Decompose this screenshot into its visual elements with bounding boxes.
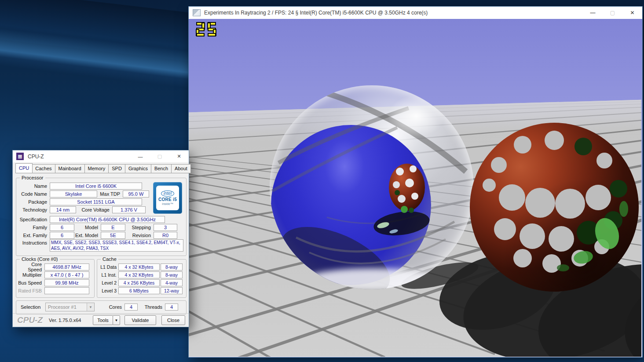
core-speed-row: Core Speed 4698.87 MHz <box>16 263 94 271</box>
multiplier-field: x 47.0 ( 8 - 47 ) <box>44 271 89 278</box>
tab-about[interactable]: About <box>172 164 191 173</box>
code-name-label: Code Name <box>16 191 50 197</box>
rated-fsb-label: Rated FSB <box>16 288 44 293</box>
tab-memory[interactable]: Memory <box>85 164 109 173</box>
tab-caches[interactable]: Caches <box>32 164 55 173</box>
package-label: Package <box>16 199 50 205</box>
multiplier-row: Multiplier x 47.0 ( 8 - 47 ) <box>16 271 94 279</box>
model-field: E <box>101 224 125 231</box>
processor-group: Processor Name Intel Core i5 6600K Code … <box>16 178 187 256</box>
minimize-button[interactable]: — <box>583 7 603 19</box>
glass-sphere <box>270 85 474 289</box>
minimize-button[interactable]: — <box>131 150 150 162</box>
close-button[interactable]: ✕ <box>622 7 642 19</box>
l1-inst-row: L1 Inst. 4 x 32 KBytes 8-way <box>97 271 186 279</box>
ext-model-label: Ext. Model <box>74 233 101 238</box>
cpuz-footer: CPU-Z Ver. 1.75.0.x64 Tools ▼ Validate C… <box>13 313 189 327</box>
ext-family-field: 6 <box>50 232 74 239</box>
clocks-group-legend: Clocks (Core #0) <box>20 256 60 262</box>
l1-inst-assoc-field: 8-way <box>161 271 183 278</box>
maximize-button[interactable]: ▢ <box>150 150 169 162</box>
core-voltage-field: 1.376 V <box>112 206 146 213</box>
tools-dropdown-button[interactable]: ▼ <box>113 315 120 325</box>
l1-data-label: L1 Data <box>97 264 118 270</box>
raytracer-titlebar[interactable]: Experiments In Raytracing 2 / FPS: 24 § … <box>189 7 642 19</box>
processor-select[interactable]: Processor #1 ▼ <box>45 303 95 311</box>
cpuz-version: Ver. 1.75.0.x64 <box>49 318 81 323</box>
model-label: Model <box>74 225 101 230</box>
l1-inst-label: L1 Inst. <box>97 272 118 278</box>
tab-bench[interactable]: Bench <box>151 164 172 173</box>
chevron-down-icon: ▼ <box>87 303 94 311</box>
max-tdp-label: Max TDP <box>97 191 123 197</box>
family-row: Family 6 Model E Stepping 3 <box>16 223 186 231</box>
stepping-field: 3 <box>154 224 177 231</box>
package-field: Socket 1151 LGA <box>50 198 142 205</box>
raytracer-app-icon <box>193 9 201 16</box>
raytracer-window-title: Experiments In Raytracing 2 / FPS: 24 § … <box>204 10 428 16</box>
raytracer-window: Experiments In Raytracing 2 / FPS: 24 § … <box>188 6 643 358</box>
level2-label: Level 2 <box>97 280 118 285</box>
close-button[interactable]: Close <box>161 315 185 325</box>
intel-logo: intel <box>161 190 174 197</box>
cache-group-legend: Cache <box>101 256 118 262</box>
fps-digit <box>196 22 205 37</box>
specification-label: Specification <box>16 217 50 222</box>
selection-row: Selection Processor #1 ▼ Cores 4 Threads… <box>16 301 186 313</box>
level2-row: Level 2 4 x 256 KBytes 4-way <box>97 279 186 287</box>
technology-field: 14 nm <box>50 206 76 213</box>
level2-assoc-field: 4-way <box>161 279 183 286</box>
level2-size-field: 4 x 256 KBytes <box>118 279 160 286</box>
l1-data-assoc-field: 8-way <box>161 263 183 271</box>
multiplier-label: Multiplier <box>16 272 44 278</box>
ext-model-field: 5E <box>101 232 125 239</box>
threads-field: 4 <box>165 303 178 311</box>
intel-core-i5-badge: intel CORE i5 inside™ <box>153 182 182 214</box>
cpuz-app-icon: ▦ <box>16 153 24 160</box>
clocks-group: Clocks (Core #0) Core Speed 4698.87 MHz … <box>16 259 95 298</box>
core-i5-label: CORE i5 <box>158 197 177 202</box>
level3-row: Level 3 6 MBytes 12-way <box>97 287 186 295</box>
code-name-field: Skylake <box>50 190 97 197</box>
level3-label: Level 3 <box>97 288 118 293</box>
instructions-field: MMX, SSE, SSE2, SSE3, SSSE3, SSE4.1, SSE… <box>50 239 183 252</box>
tab-cpu[interactable]: CPU <box>15 163 33 173</box>
rated-fsb-row: Rated FSB <box>16 287 94 295</box>
l1-inst-size-field: 4 x 32 KBytes <box>118 271 160 278</box>
cores-label: Cores <box>95 304 124 310</box>
cpuz-titlebar[interactable]: ▦ CPU-Z — ▢ ✕ <box>13 150 189 162</box>
selection-group: Selection Processor #1 ▼ Cores 4 Threads… <box>16 300 187 314</box>
tab-mainboard[interactable]: Mainboard <box>55 164 85 173</box>
name-label: Name <box>16 183 50 189</box>
instructions-label: Instructions <box>16 239 50 245</box>
revision-field: R0 <box>154 232 177 239</box>
processor-group-legend: Processor <box>20 175 45 180</box>
bus-speed-field: 99.98 MHz <box>44 279 89 286</box>
instructions-row: Instructions MMX, SSE, SSE2, SSE3, SSSE3… <box>16 239 186 252</box>
bus-speed-row: Bus Speed 99.98 MHz <box>16 279 94 287</box>
maximize-button[interactable]: ▢ <box>603 7 622 19</box>
intel-badge-card: intel CORE i5 inside™ <box>156 186 179 210</box>
bus-speed-label: Bus Speed <box>16 280 44 285</box>
cache-group: Cache L1 Data 4 x 32 KBytes 8-way L1 Ins… <box>97 259 187 298</box>
tab-spd[interactable]: SPD <box>109 164 125 173</box>
technology-label: Technology <box>16 207 50 212</box>
level3-size-field: 6 MBytes <box>118 287 160 294</box>
cpuz-window-title: CPU-Z <box>28 154 44 160</box>
tools-button[interactable]: Tools <box>93 315 113 325</box>
core-speed-field: 4698.87 MHz <box>44 263 89 271</box>
refracted-red-sphere <box>389 164 425 213</box>
tab-graphics[interactable]: Graphics <box>125 164 151 173</box>
l1-data-row: L1 Data 4 x 32 KBytes 8-way <box>97 263 186 271</box>
perforated-red-sphere <box>470 123 639 292</box>
specification-row: Specification Intel(R) Core(TM) i5-6600K… <box>16 216 186 223</box>
ext-family-row: Ext. Family 6 Ext. Model 5E Revision R0 <box>16 231 186 239</box>
close-button[interactable]: ✕ <box>169 150 189 162</box>
validate-button[interactable]: Validate <box>124 315 156 325</box>
raytracer-window-controls: — ▢ ✕ <box>583 7 642 19</box>
inside-label: inside™ <box>162 202 173 205</box>
fps-digit <box>207 22 216 37</box>
specification-field: Intel(R) Core(TM) i5-6600K CPU @ 3.50GHz <box>50 216 165 223</box>
name-field: Intel Core i5 6600K <box>50 183 142 190</box>
cores-field: 4 <box>124 303 138 311</box>
